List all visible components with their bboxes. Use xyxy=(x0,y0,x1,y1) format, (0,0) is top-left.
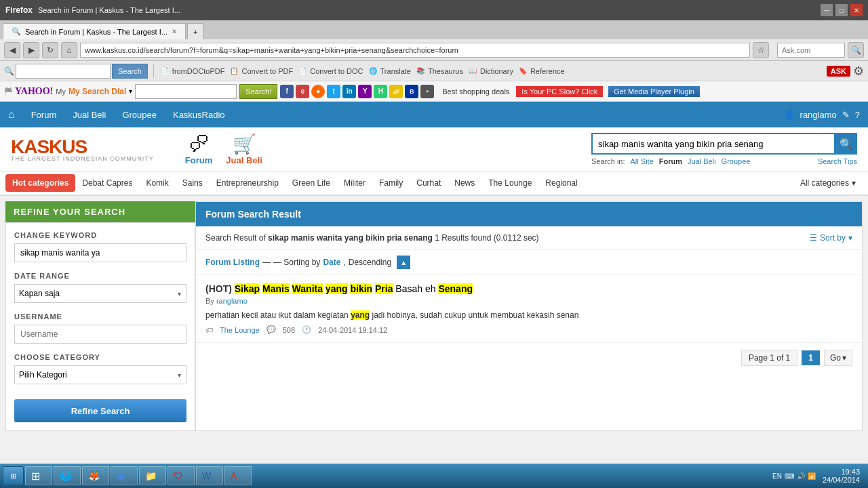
searchdial-input[interactable] xyxy=(135,84,237,99)
tab-close-icon[interactable]: ✕ xyxy=(172,28,177,35)
close-button[interactable]: ✕ xyxy=(850,4,863,16)
searchdial-go-button[interactable]: Search! xyxy=(239,84,277,99)
page-number-button[interactable]: 1 xyxy=(802,350,820,365)
ask-search-input[interactable] xyxy=(777,43,845,58)
translate-plugin[interactable]: 🌐 Translate xyxy=(368,66,411,77)
date-range-select[interactable]: Kapan saja Hari ini Minggu ini Bulan ini xyxy=(14,284,186,303)
reference-plugin[interactable]: 🔖 Reference xyxy=(517,66,565,77)
fromdoc-icon: 📄 xyxy=(159,66,170,77)
reload-button[interactable]: ↻ xyxy=(42,42,58,58)
search-tips-link[interactable]: Search Tips xyxy=(818,157,857,165)
search-in-allsite[interactable]: All Site xyxy=(631,157,654,165)
result-tag-link[interactable]: The Lounge xyxy=(220,326,260,334)
start-icon: ⊞ xyxy=(10,472,16,481)
keyword-input[interactable] xyxy=(14,243,186,262)
cat-news[interactable]: News xyxy=(448,174,481,192)
ebay-icon[interactable]: e xyxy=(296,85,309,98)
convert-doc-plugin[interactable]: 📄 Convert to DOC xyxy=(297,66,363,77)
firefox-label: Firefox xyxy=(5,5,33,15)
dropdown-arrow[interactable]: ▾ xyxy=(129,87,132,95)
maximize-button[interactable]: □ xyxy=(835,4,848,16)
main-search-button[interactable]: 🔍 xyxy=(835,133,857,155)
result-author-link[interactable]: ranglamo xyxy=(216,297,248,305)
edit-icon[interactable]: ✎ xyxy=(842,110,850,120)
nav-jualbeli-link[interactable]: Jual Beli xyxy=(73,110,106,120)
search-in-forum[interactable]: Forum xyxy=(659,157,682,165)
minimize-button[interactable]: ─ xyxy=(821,4,833,16)
page-go-button[interactable]: Go ▾ xyxy=(824,350,852,366)
convert-pdf-plugin[interactable]: 📋 Convert to PDF xyxy=(229,66,293,77)
username-input[interactable] xyxy=(14,325,186,344)
yahoo-logo-small: YAHOO! xyxy=(15,86,53,97)
active-tab[interactable]: 🔍 Search in Forum | Kaskus - The Largest… xyxy=(3,23,186,39)
h-icon[interactable]: H xyxy=(374,85,387,98)
nav-forum-link[interactable]: Forum xyxy=(31,110,57,120)
forum-nav-item[interactable]: 🗪 Forum xyxy=(185,133,212,165)
search-in-jualbeli[interactable]: Jual Beli xyxy=(688,157,716,165)
collapse-button[interactable]: ▲ xyxy=(397,256,410,269)
settings-icon[interactable]: ⚙ xyxy=(853,64,864,79)
ask-badge[interactable]: ASK xyxy=(827,66,850,77)
home-button[interactable]: ⌂ xyxy=(61,42,77,58)
hot-categories-btn[interactable]: Hot categories xyxy=(5,174,75,192)
cat-regional[interactable]: Regional xyxy=(538,174,584,192)
taskbar-chrome-icon[interactable]: ◉ xyxy=(111,466,138,485)
cat-komik[interactable]: Komik xyxy=(139,174,175,192)
linkedin-icon[interactable]: in xyxy=(342,85,356,98)
cat-thelounge[interactable]: The Lounge xyxy=(481,174,538,192)
bookmark-button[interactable]: ☆ xyxy=(753,42,769,58)
taskbar-word-icon[interactable]: W xyxy=(196,466,223,485)
search-in-groupee[interactable]: Groupee xyxy=(722,157,751,165)
new-tab-button[interactable]: + xyxy=(187,23,203,39)
results-meta: Search Result of sikap manis wanita yang… xyxy=(196,226,862,250)
folder-icon[interactable]: 📁 xyxy=(389,85,403,98)
jualbeli-icon: 🛒 xyxy=(226,133,262,155)
address-bar[interactable] xyxy=(80,43,750,58)
taskbar-firefox-icon[interactable]: 🦊 xyxy=(82,466,109,485)
all-categories-btn[interactable]: All categories ▾ xyxy=(793,174,863,192)
volume-icon[interactable]: 🔊 xyxy=(797,472,805,480)
cat-curhat[interactable]: Curhat xyxy=(410,174,448,192)
cat-sains[interactable]: Sains xyxy=(176,174,210,192)
misc-icon[interactable]: ▪ xyxy=(420,85,434,98)
rss-icon[interactable]: ● xyxy=(311,85,325,98)
tab-favicon: 🔍 xyxy=(12,27,21,36)
cat-greenlife[interactable]: Green Life xyxy=(285,174,337,192)
cat-militer[interactable]: Militer xyxy=(337,174,372,192)
taskbar-antivirus-icon[interactable]: 🛡 xyxy=(167,466,195,485)
nav-kaskusradio-link[interactable]: KaskusRadio xyxy=(173,110,225,120)
toolbar-bar: 🔍 Search 📄 fromDOCtoPDF 📋 Convert to PDF… xyxy=(0,61,868,81)
jualbeli-nav-item[interactable]: 🛒 Jual Beli xyxy=(226,133,262,165)
home-nav-icon[interactable]: ⌂ xyxy=(8,108,15,121)
taskbar-ie-icon[interactable]: 🌐 xyxy=(54,466,81,485)
header-nav-icons: 🗪 Forum 🛒 Jual Beli xyxy=(185,133,262,165)
cat-family[interactable]: Family xyxy=(372,174,410,192)
fromdoc-plugin[interactable]: 📄 fromDOCtoPDF xyxy=(159,66,225,77)
sort-by-button[interactable]: ☰ Sort by ▾ xyxy=(810,233,852,243)
cat-debatcapres[interactable]: Debat Capres xyxy=(75,174,139,192)
refine-search-button[interactable]: Refine Search xyxy=(14,399,186,422)
start-button[interactable]: ⊞ xyxy=(3,466,24,485)
browser-search-input[interactable] xyxy=(16,64,111,79)
slow-pc-button[interactable]: Is Your PC Slow? Click xyxy=(516,86,603,97)
yahoo-icon-sm[interactable]: Y xyxy=(358,85,372,98)
taskbar-explorer-icon[interactable]: 📁 xyxy=(139,466,166,485)
thesaurus-plugin[interactable]: 📚 Thesaurus xyxy=(415,66,463,77)
facebook-icon[interactable]: f xyxy=(280,85,294,98)
back-button[interactable]: ◀ xyxy=(4,42,20,58)
dictionary-plugin[interactable]: 📖 Dictionary xyxy=(467,66,513,77)
browser-search-button[interactable]: Search xyxy=(112,64,148,79)
kaskus-logo[interactable]: KASKUS THE LARGEST INDONESIAN COMMUNITY xyxy=(11,136,154,162)
media-player-button[interactable]: Get Media Player Plugin xyxy=(608,86,700,97)
taskbar-windows-icon[interactable]: ⊞ xyxy=(25,466,52,485)
b-icon[interactable]: B xyxy=(405,85,418,98)
forward-button[interactable]: ▶ xyxy=(23,42,39,58)
help-icon[interactable]: ? xyxy=(855,110,860,120)
category-select[interactable]: Pilih Kategori Debat Capres Komik Sains … xyxy=(14,365,186,384)
twitter-icon[interactable]: t xyxy=(327,85,340,98)
main-search-input[interactable] xyxy=(591,133,835,155)
ask-search-button[interactable]: 🔍 xyxy=(848,42,864,58)
nav-groupee-link[interactable]: Groupee xyxy=(122,110,157,120)
cat-entrepreneurship[interactable]: Entrepreneurship xyxy=(210,174,285,192)
taskbar-acrobat-icon[interactable]: A xyxy=(224,466,252,485)
